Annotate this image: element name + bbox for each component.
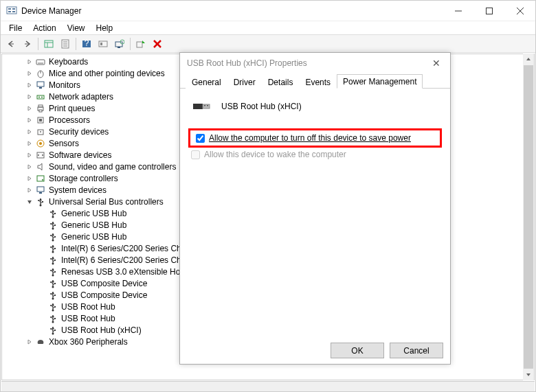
svg-line-58: [51, 212, 53, 214]
tab-bar: General Driver Details Events Power Mana…: [180, 73, 450, 89]
scroll-up-button[interactable]: [523, 54, 534, 65]
svg-point-44: [39, 142, 42, 145]
svg-point-53: [38, 200, 39, 201]
expand-icon[interactable]: [25, 69, 34, 78]
expand-icon[interactable]: [25, 174, 34, 183]
scan-hardware-button[interactable]: [112, 36, 127, 51]
expand-icon[interactable]: [25, 104, 34, 113]
expand-icon[interactable]: [25, 139, 34, 148]
svg-point-34: [38, 96, 40, 97]
toolbar: ?: [1, 35, 535, 53]
svg-rect-48: [37, 187, 44, 192]
expand-placeholder: [38, 209, 46, 218]
svg-point-65: [50, 223, 52, 224]
svg-point-47: [42, 179, 43, 181]
svg-rect-67: [54, 224, 56, 226]
svg-rect-85: [54, 260, 56, 261]
svg-text:?: ?: [85, 39, 89, 48]
svg-point-43: [37, 140, 44, 147]
forward-button[interactable]: [20, 36, 35, 51]
scroll-thumb[interactable]: [524, 65, 533, 369]
help-button[interactable]: ?: [79, 36, 94, 51]
menu-file[interactable]: File: [3, 22, 27, 34]
menubar: File Action View Help: [1, 21, 535, 35]
scroll-down-button[interactable]: [523, 369, 534, 380]
tree-item-label: Storage controllers: [49, 174, 118, 183]
allow-turnoff-row[interactable]: Allow the computer to turn off this devi…: [193, 132, 437, 143]
svg-rect-40: [39, 119, 42, 122]
uninstall-device-button[interactable]: [150, 36, 165, 51]
tree-item-label: Processors: [49, 115, 90, 125]
expand-placeholder: [38, 233, 46, 241]
back-button[interactable]: [3, 36, 19, 51]
tab-power-management[interactable]: Power Management: [337, 74, 423, 89]
expand-icon[interactable]: [25, 93, 34, 101]
expand-icon[interactable]: [25, 151, 34, 159]
tab-general[interactable]: General: [186, 75, 227, 89]
show-hide-tree-button[interactable]: [41, 36, 56, 51]
scrollbar[interactable]: [523, 54, 534, 380]
svg-line-72: [53, 237, 55, 238]
tab-details[interactable]: Details: [262, 75, 300, 89]
svg-rect-37: [38, 105, 43, 107]
action-button[interactable]: [96, 36, 111, 51]
menu-action[interactable]: Action: [27, 22, 61, 34]
usb-icon: [47, 208, 58, 219]
svg-rect-1: [8, 8, 11, 10]
expand-icon[interactable]: [25, 116, 34, 124]
svg-point-107: [50, 305, 52, 306]
titlebar: Device Manager: [1, 1, 535, 21]
properties-button[interactable]: [58, 36, 73, 51]
menu-view[interactable]: View: [62, 22, 91, 34]
toolbar-separator: [76, 38, 76, 50]
expand-icon[interactable]: [25, 338, 34, 346]
allow-turnoff-checkbox[interactable]: [196, 134, 205, 143]
tree-item-label: Print queues: [49, 104, 95, 113]
svg-rect-36: [38, 107, 43, 111]
highlight-box: Allow the computer to turn off this devi…: [188, 128, 442, 148]
maximize-button[interactable]: [473, 1, 504, 21]
monitor-icon: [35, 80, 46, 91]
svg-rect-19: [100, 43, 102, 45]
expand-icon[interactable]: [25, 128, 34, 136]
close-button[interactable]: [504, 1, 535, 21]
svg-rect-61: [54, 213, 56, 214]
allow-wake-label: Allow this device to wake the computer: [204, 150, 346, 159]
expand-icon[interactable]: [25, 163, 34, 171]
expand-icon[interactable]: [25, 58, 34, 66]
expand-icon[interactable]: [25, 81, 34, 89]
tree-item-label: USB Root Hub: [61, 314, 115, 323]
svg-point-71: [50, 235, 52, 236]
status-bar: [1, 381, 535, 391]
sound-icon: [35, 161, 46, 172]
expand-icon[interactable]: [25, 186, 34, 194]
dialog-titlebar: USB Root Hub (xHCI) Properties ✕: [180, 53, 450, 73]
svg-point-95: [50, 281, 52, 283]
sensor-icon: [35, 138, 46, 149]
collapse-icon[interactable]: [25, 198, 34, 206]
svg-point-86: [52, 274, 54, 276]
svg-point-59: [50, 211, 52, 213]
svg-rect-21: [118, 47, 120, 48]
tree-item-label: USB Composite Device: [61, 290, 147, 300]
tree-item-label: USB Composite Device: [61, 279, 147, 288]
svg-line-25: [154, 41, 161, 47]
menu-help[interactable]: Help: [91, 22, 119, 34]
svg-line-108: [53, 307, 55, 308]
dialog-close-button[interactable]: ✕: [423, 53, 450, 73]
tree-item-label: Software devices: [49, 150, 111, 160]
svg-point-74: [52, 251, 54, 253]
svg-line-82: [51, 259, 53, 260]
minimize-button[interactable]: [443, 1, 473, 21]
network-icon: [35, 91, 46, 102]
tab-driver[interactable]: Driver: [227, 75, 262, 89]
svg-rect-31: [37, 82, 44, 87]
tree-item-label: Mice and other pointing devices: [49, 69, 165, 78]
cancel-button[interactable]: Cancel: [390, 343, 443, 358]
tab-events[interactable]: Events: [299, 75, 337, 89]
svg-rect-2: [8, 11, 11, 12]
ok-button[interactable]: OK: [331, 343, 384, 358]
mouse-icon: [35, 68, 46, 79]
usb-icon: [47, 243, 58, 254]
enable-device-button[interactable]: [133, 36, 148, 51]
